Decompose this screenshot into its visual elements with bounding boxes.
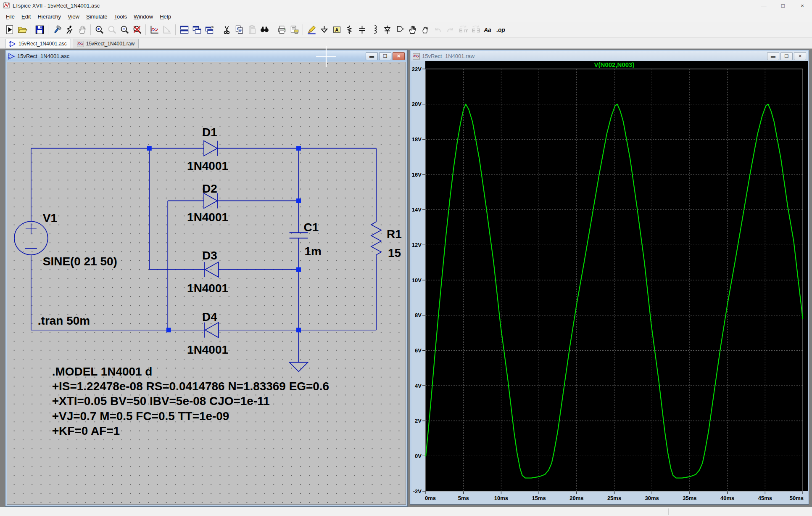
redo-button[interactable]: [444, 24, 456, 36]
text-button[interactable]: Aa: [482, 24, 494, 36]
document-tabbar: 15vRect_1N4001.asc 15vRect_1N4001.raw: [0, 38, 812, 49]
tab-waveform[interactable]: 15vRect_1N4001.raw: [73, 39, 139, 48]
menu-simulate[interactable]: Simulate: [83, 12, 111, 21]
model-line-1[interactable]: .MODEL 1N4001 d: [52, 365, 153, 378]
y-axis-label: 6V: [415, 347, 422, 354]
schematic-minimize-button[interactable]: ▬: [366, 52, 378, 60]
waveform-restore-button[interactable]: ❏: [780, 52, 793, 60]
wire-junctions: [147, 146, 301, 332]
waveform-plot-area[interactable]: 0ms5ms10ms15ms20ms25ms30ms35ms40ms45ms50…: [411, 61, 808, 504]
diode-d1[interactable]: [204, 141, 218, 156]
drag-button[interactable]: [419, 24, 431, 36]
resistor-r1[interactable]: [371, 222, 381, 257]
halt-button[interactable]: [63, 24, 75, 36]
y-axis-label: 0V: [415, 453, 422, 459]
resistor-button[interactable]: [343, 24, 355, 36]
r1-name-label[interactable]: R1: [387, 228, 402, 241]
c1-value-label[interactable]: 1m: [305, 245, 322, 258]
open-button[interactable]: [16, 24, 28, 36]
inductor-button[interactable]: [369, 24, 380, 36]
model-line-3[interactable]: +XTI=0.05 BV=50 IBV=5e-08 CJO=1e-11: [52, 394, 270, 408]
plot-settings-button[interactable]: [161, 24, 173, 36]
model-line-5[interactable]: +KF=0 AF=1: [52, 424, 120, 437]
app-maximize-button[interactable]: □: [773, 0, 793, 11]
tile-horizontal-button[interactable]: [178, 24, 190, 36]
zoom-back-button[interactable]: [106, 24, 118, 36]
y-axis-label: 20V: [412, 101, 422, 107]
menu-file[interactable]: File: [3, 12, 18, 21]
voltage-source-v1[interactable]: [14, 221, 48, 255]
menu-help[interactable]: Help: [156, 12, 174, 21]
pan-button[interactable]: [76, 24, 88, 36]
zoom-in-button[interactable]: [93, 24, 105, 36]
y-axis-label: 12V: [412, 242, 422, 248]
d3-name-label[interactable]: D3: [202, 249, 217, 262]
diode-d2[interactable]: [204, 193, 218, 208]
menu-window[interactable]: Window: [130, 12, 156, 21]
schematic-restore-button[interactable]: ❏: [379, 52, 391, 60]
waveform-window-titlebar[interactable]: 15vRect_1N4001.raw ▬ ❏ ✕: [411, 51, 808, 61]
model-line-2[interactable]: +IS=1.22478e-08 RS=0.0414786 N=1.83369 E…: [52, 380, 329, 393]
tab-schematic[interactable]: 15vRect_1N4001.asc: [5, 39, 71, 48]
tile-vertical-button[interactable]: [191, 24, 203, 36]
x-axis-label: 10ms: [494, 495, 508, 501]
v1-value-label[interactable]: SINE(0 21 50): [43, 255, 117, 268]
print-button[interactable]: [276, 24, 287, 36]
move-button[interactable]: [406, 24, 418, 36]
app-close-button[interactable]: ×: [793, 0, 812, 11]
paste-button[interactable]: [246, 24, 258, 36]
menu-view[interactable]: View: [64, 12, 83, 21]
tran-directive-label[interactable]: .tran 50m: [38, 314, 90, 327]
label-net-button[interactable]: A: [331, 24, 343, 36]
d1-value-label[interactable]: 1N4001: [187, 159, 228, 172]
app-minimize-button[interactable]: —: [754, 0, 773, 11]
d2-name-label[interactable]: D2: [202, 182, 217, 195]
find-button[interactable]: [258, 24, 270, 36]
model-line-4[interactable]: +VJ=0.7 M=0.5 FC=0.5 TT=1e-09: [52, 410, 229, 423]
mirror-button[interactable]: E m: [457, 24, 469, 36]
v1-name-label[interactable]: V1: [43, 212, 57, 225]
d4-value-label[interactable]: 1N4001: [187, 343, 228, 356]
ground-symbol[interactable]: [290, 363, 308, 372]
control-panel-button[interactable]: [51, 24, 63, 36]
schematic-file-icon: [9, 41, 16, 47]
svg-text:.op: .op: [496, 27, 505, 33]
rotate-button[interactable]: E ∃: [469, 24, 481, 36]
x-axis-label: 45ms: [758, 495, 772, 501]
save-button[interactable]: [34, 24, 45, 36]
d4-name-label[interactable]: D4: [202, 310, 217, 323]
c1-name-label[interactable]: C1: [304, 221, 319, 234]
d3-value-label[interactable]: 1N4001: [187, 282, 228, 295]
diode-d3[interactable]: [205, 262, 219, 277]
d2-value-label[interactable]: 1N4001: [187, 211, 228, 224]
zoom-fit-button[interactable]: [131, 24, 143, 36]
toolbar-separator: [218, 24, 218, 35]
schematic-canvas[interactable]: V1 SINE(0 21 50) D1 1N4001 D2 1N4001 D3 …: [7, 62, 406, 505]
run-button[interactable]: [4, 24, 16, 36]
waveform-minimize-button[interactable]: ▬: [767, 52, 779, 60]
r1-value-label[interactable]: 15: [388, 246, 401, 259]
wire-button[interactable]: [306, 24, 317, 36]
print-preview-button[interactable]: [288, 24, 300, 36]
toolbar-separator: [303, 24, 303, 35]
cascade-button[interactable]: [203, 24, 215, 36]
waveform-close-button[interactable]: ✕: [794, 52, 806, 60]
diode-d4[interactable]: [205, 323, 219, 338]
d1-name-label[interactable]: D1: [202, 126, 217, 139]
undo-button[interactable]: [432, 24, 443, 36]
diode-button[interactable]: [381, 24, 393, 36]
menu-edit[interactable]: Edit: [18, 12, 34, 21]
component-button[interactable]: [394, 24, 406, 36]
schematic-window-titlebar[interactable]: 15vRect_1N4001.asc ▬ ❏ ✕: [6, 51, 406, 61]
autorange-button[interactable]: [148, 24, 160, 36]
cut-button[interactable]: [221, 24, 232, 36]
schematic-close-button[interactable]: ✕: [393, 52, 405, 60]
ground-button[interactable]: [318, 24, 330, 36]
copy-button[interactable]: [233, 24, 245, 36]
capacitor-button[interactable]: [356, 24, 368, 36]
zoom-out-button[interactable]: [119, 24, 130, 36]
spice-directive-button[interactable]: .op: [495, 24, 506, 36]
menu-hierarchy[interactable]: Hierarchy: [34, 12, 64, 21]
menu-tools[interactable]: Tools: [111, 12, 130, 21]
trace-label[interactable]: V(N002,N003): [594, 61, 635, 68]
